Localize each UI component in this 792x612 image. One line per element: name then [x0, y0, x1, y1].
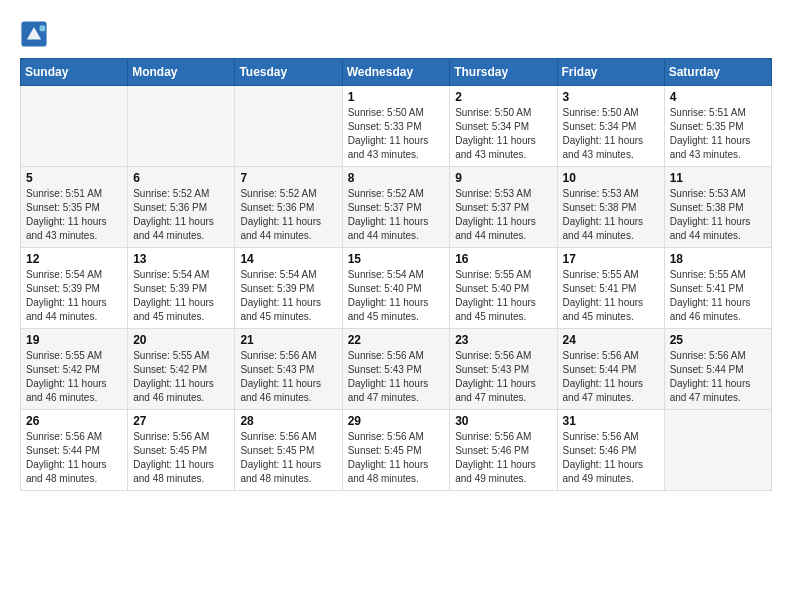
day-number: 31 [563, 414, 659, 428]
day-number: 11 [670, 171, 766, 185]
day-number: 18 [670, 252, 766, 266]
day-info: Sunrise: 5:55 AM Sunset: 5:42 PM Dayligh… [133, 349, 229, 405]
day-number: 3 [563, 90, 659, 104]
day-number: 25 [670, 333, 766, 347]
calendar-cell: 18Sunrise: 5:55 AM Sunset: 5:41 PM Dayli… [664, 248, 771, 329]
calendar-header-row: SundayMondayTuesdayWednesdayThursdayFrid… [21, 59, 772, 86]
calendar-cell: 21Sunrise: 5:56 AM Sunset: 5:43 PM Dayli… [235, 329, 342, 410]
day-info: Sunrise: 5:56 AM Sunset: 5:44 PM Dayligh… [670, 349, 766, 405]
calendar-cell: 8Sunrise: 5:52 AM Sunset: 5:37 PM Daylig… [342, 167, 450, 248]
day-info: Sunrise: 5:56 AM Sunset: 5:45 PM Dayligh… [240, 430, 336, 486]
calendar-week-5: 26Sunrise: 5:56 AM Sunset: 5:44 PM Dayli… [21, 410, 772, 491]
calendar-cell [21, 86, 128, 167]
calendar-cell: 17Sunrise: 5:55 AM Sunset: 5:41 PM Dayli… [557, 248, 664, 329]
day-info: Sunrise: 5:52 AM Sunset: 5:36 PM Dayligh… [240, 187, 336, 243]
calendar-week-1: 1Sunrise: 5:50 AM Sunset: 5:33 PM Daylig… [21, 86, 772, 167]
calendar-cell: 29Sunrise: 5:56 AM Sunset: 5:45 PM Dayli… [342, 410, 450, 491]
day-info: Sunrise: 5:55 AM Sunset: 5:40 PM Dayligh… [455, 268, 551, 324]
day-info: Sunrise: 5:56 AM Sunset: 5:45 PM Dayligh… [133, 430, 229, 486]
header-tuesday: Tuesday [235, 59, 342, 86]
day-info: Sunrise: 5:54 AM Sunset: 5:39 PM Dayligh… [133, 268, 229, 324]
day-number: 12 [26, 252, 122, 266]
calendar-cell: 16Sunrise: 5:55 AM Sunset: 5:40 PM Dayli… [450, 248, 557, 329]
day-info: Sunrise: 5:56 AM Sunset: 5:46 PM Dayligh… [563, 430, 659, 486]
calendar-cell: 14Sunrise: 5:54 AM Sunset: 5:39 PM Dayli… [235, 248, 342, 329]
calendar-cell: 20Sunrise: 5:55 AM Sunset: 5:42 PM Dayli… [128, 329, 235, 410]
day-info: Sunrise: 5:56 AM Sunset: 5:44 PM Dayligh… [563, 349, 659, 405]
calendar-cell: 5Sunrise: 5:51 AM Sunset: 5:35 PM Daylig… [21, 167, 128, 248]
day-number: 15 [348, 252, 445, 266]
day-number: 14 [240, 252, 336, 266]
day-number: 16 [455, 252, 551, 266]
day-info: Sunrise: 5:55 AM Sunset: 5:42 PM Dayligh… [26, 349, 122, 405]
day-info: Sunrise: 5:51 AM Sunset: 5:35 PM Dayligh… [26, 187, 122, 243]
calendar-cell: 28Sunrise: 5:56 AM Sunset: 5:45 PM Dayli… [235, 410, 342, 491]
day-number: 27 [133, 414, 229, 428]
day-info: Sunrise: 5:55 AM Sunset: 5:41 PM Dayligh… [670, 268, 766, 324]
calendar-cell: 22Sunrise: 5:56 AM Sunset: 5:43 PM Dayli… [342, 329, 450, 410]
header-friday: Friday [557, 59, 664, 86]
day-number: 29 [348, 414, 445, 428]
header-wednesday: Wednesday [342, 59, 450, 86]
day-info: Sunrise: 5:50 AM Sunset: 5:34 PM Dayligh… [563, 106, 659, 162]
day-info: Sunrise: 5:56 AM Sunset: 5:43 PM Dayligh… [240, 349, 336, 405]
calendar-cell: 6Sunrise: 5:52 AM Sunset: 5:36 PM Daylig… [128, 167, 235, 248]
calendar-cell: 31Sunrise: 5:56 AM Sunset: 5:46 PM Dayli… [557, 410, 664, 491]
day-info: Sunrise: 5:54 AM Sunset: 5:39 PM Dayligh… [240, 268, 336, 324]
day-info: Sunrise: 5:56 AM Sunset: 5:44 PM Dayligh… [26, 430, 122, 486]
day-number: 5 [26, 171, 122, 185]
day-number: 6 [133, 171, 229, 185]
day-number: 28 [240, 414, 336, 428]
day-info: Sunrise: 5:53 AM Sunset: 5:38 PM Dayligh… [563, 187, 659, 243]
day-number: 1 [348, 90, 445, 104]
day-number: 26 [26, 414, 122, 428]
logo [20, 20, 52, 48]
header-monday: Monday [128, 59, 235, 86]
day-number: 20 [133, 333, 229, 347]
calendar-cell [664, 410, 771, 491]
day-info: Sunrise: 5:53 AM Sunset: 5:38 PM Dayligh… [670, 187, 766, 243]
day-number: 21 [240, 333, 336, 347]
calendar-cell: 30Sunrise: 5:56 AM Sunset: 5:46 PM Dayli… [450, 410, 557, 491]
calendar-cell: 7Sunrise: 5:52 AM Sunset: 5:36 PM Daylig… [235, 167, 342, 248]
day-info: Sunrise: 5:56 AM Sunset: 5:43 PM Dayligh… [455, 349, 551, 405]
day-info: Sunrise: 5:54 AM Sunset: 5:40 PM Dayligh… [348, 268, 445, 324]
day-info: Sunrise: 5:56 AM Sunset: 5:46 PM Dayligh… [455, 430, 551, 486]
day-number: 24 [563, 333, 659, 347]
day-number: 30 [455, 414, 551, 428]
day-number: 4 [670, 90, 766, 104]
calendar-cell: 3Sunrise: 5:50 AM Sunset: 5:34 PM Daylig… [557, 86, 664, 167]
calendar-week-4: 19Sunrise: 5:55 AM Sunset: 5:42 PM Dayli… [21, 329, 772, 410]
calendar-cell: 4Sunrise: 5:51 AM Sunset: 5:35 PM Daylig… [664, 86, 771, 167]
day-number: 19 [26, 333, 122, 347]
header-thursday: Thursday [450, 59, 557, 86]
day-number: 23 [455, 333, 551, 347]
calendar-cell: 19Sunrise: 5:55 AM Sunset: 5:42 PM Dayli… [21, 329, 128, 410]
calendar-cell: 25Sunrise: 5:56 AM Sunset: 5:44 PM Dayli… [664, 329, 771, 410]
day-number: 10 [563, 171, 659, 185]
calendar-cell: 23Sunrise: 5:56 AM Sunset: 5:43 PM Dayli… [450, 329, 557, 410]
calendar-cell: 24Sunrise: 5:56 AM Sunset: 5:44 PM Dayli… [557, 329, 664, 410]
day-info: Sunrise: 5:51 AM Sunset: 5:35 PM Dayligh… [670, 106, 766, 162]
day-number: 17 [563, 252, 659, 266]
calendar-week-3: 12Sunrise: 5:54 AM Sunset: 5:39 PM Dayli… [21, 248, 772, 329]
calendar-cell [128, 86, 235, 167]
logo-icon [20, 20, 48, 48]
calendar-cell: 27Sunrise: 5:56 AM Sunset: 5:45 PM Dayli… [128, 410, 235, 491]
svg-rect-2 [40, 26, 46, 32]
day-number: 2 [455, 90, 551, 104]
calendar-cell [235, 86, 342, 167]
calendar-cell: 2Sunrise: 5:50 AM Sunset: 5:34 PM Daylig… [450, 86, 557, 167]
day-info: Sunrise: 5:50 AM Sunset: 5:34 PM Dayligh… [455, 106, 551, 162]
day-info: Sunrise: 5:52 AM Sunset: 5:37 PM Dayligh… [348, 187, 445, 243]
day-number: 9 [455, 171, 551, 185]
day-info: Sunrise: 5:54 AM Sunset: 5:39 PM Dayligh… [26, 268, 122, 324]
calendar-cell: 1Sunrise: 5:50 AM Sunset: 5:33 PM Daylig… [342, 86, 450, 167]
calendar-week-2: 5Sunrise: 5:51 AM Sunset: 5:35 PM Daylig… [21, 167, 772, 248]
calendar-cell: 15Sunrise: 5:54 AM Sunset: 5:40 PM Dayli… [342, 248, 450, 329]
day-info: Sunrise: 5:53 AM Sunset: 5:37 PM Dayligh… [455, 187, 551, 243]
calendar-cell: 12Sunrise: 5:54 AM Sunset: 5:39 PM Dayli… [21, 248, 128, 329]
day-info: Sunrise: 5:56 AM Sunset: 5:45 PM Dayligh… [348, 430, 445, 486]
header-sunday: Sunday [21, 59, 128, 86]
calendar-cell: 9Sunrise: 5:53 AM Sunset: 5:37 PM Daylig… [450, 167, 557, 248]
